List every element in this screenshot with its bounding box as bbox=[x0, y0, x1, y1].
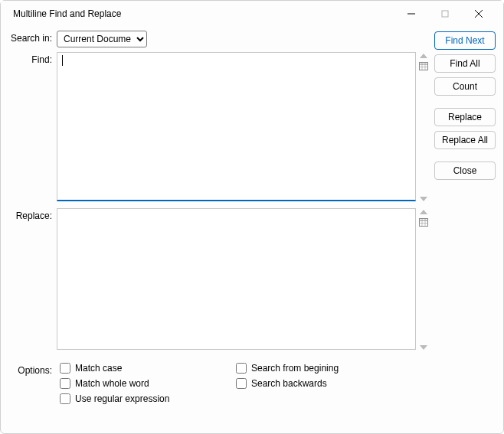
calendar-icon[interactable] bbox=[419, 217, 428, 227]
svg-rect-1 bbox=[442, 11, 448, 17]
maximize-button[interactable] bbox=[428, 2, 462, 25]
search-in-select[interactable]: Current Document bbox=[57, 31, 147, 47]
minimize-button[interactable] bbox=[394, 2, 428, 25]
left-panel: Search in: Current Document Find: bbox=[8, 31, 428, 426]
window-controls bbox=[394, 2, 496, 25]
match-whole-word-label[interactable]: Match whole word bbox=[75, 378, 149, 389]
find-row: Find: bbox=[8, 52, 428, 204]
match-case-option: Match case bbox=[60, 363, 236, 374]
match-case-checkbox[interactable] bbox=[60, 363, 70, 374]
find-next-button[interactable]: Find Next bbox=[434, 31, 496, 50]
close-icon bbox=[475, 10, 483, 18]
history-down-icon[interactable] bbox=[420, 345, 427, 350]
replace-row: Replace: bbox=[8, 208, 428, 352]
calendar-icon[interactable] bbox=[419, 61, 428, 70]
search-from-beginning-label[interactable]: Search from begining bbox=[251, 363, 339, 374]
use-regex-label[interactable]: Use regular expression bbox=[75, 393, 169, 404]
svg-rect-4 bbox=[420, 63, 428, 70]
history-up-icon[interactable] bbox=[420, 54, 427, 58]
match-whole-word-option: Match whole word bbox=[60, 378, 236, 389]
close-button[interactable]: Close bbox=[434, 162, 496, 180]
replace-field bbox=[57, 208, 428, 352]
minimize-icon bbox=[407, 10, 415, 18]
search-in-row: Search in: Current Document bbox=[8, 31, 428, 47]
history-down-icon[interactable] bbox=[420, 197, 427, 201]
search-backwards-checkbox[interactable] bbox=[236, 378, 247, 389]
find-field bbox=[57, 52, 428, 204]
search-backwards-option: Search backwards bbox=[236, 378, 428, 389]
replace-side-controls bbox=[419, 208, 428, 350]
use-regex-option: Use regular expression bbox=[60, 393, 236, 404]
text-cursor bbox=[62, 55, 63, 66]
search-from-beginning-checkbox[interactable] bbox=[236, 363, 247, 374]
window-title: Multiline Find and Replace bbox=[13, 8, 394, 19]
find-textarea[interactable] bbox=[57, 52, 416, 201]
dialog-window: Multiline Find and Replace Search in: Cu… bbox=[0, 0, 504, 434]
match-whole-word-checkbox[interactable] bbox=[60, 378, 70, 389]
replace-all-button[interactable]: Replace All bbox=[434, 131, 496, 149]
titlebar: Multiline Find and Replace bbox=[1, 1, 503, 26]
svg-rect-9 bbox=[420, 219, 428, 227]
button-panel: Find Next Find All Count Replace Replace… bbox=[434, 31, 496, 426]
find-label: Find: bbox=[8, 52, 57, 65]
history-up-icon[interactable] bbox=[420, 210, 427, 214]
search-in-label: Search in: bbox=[8, 31, 57, 44]
replace-label: Replace: bbox=[8, 208, 57, 221]
find-side-controls bbox=[419, 52, 428, 201]
find-all-button[interactable]: Find All bbox=[434, 54, 496, 73]
search-backwards-label[interactable]: Search backwards bbox=[251, 378, 327, 389]
replace-button[interactable]: Replace bbox=[434, 108, 496, 126]
count-button[interactable]: Count bbox=[434, 77, 496, 96]
search-from-beginning-option: Search from begining bbox=[236, 363, 428, 374]
dialog-body: Search in: Current Document Find: bbox=[1, 26, 503, 433]
match-case-label[interactable]: Match case bbox=[75, 363, 122, 374]
use-regex-checkbox[interactable] bbox=[60, 393, 70, 404]
replace-textarea[interactable] bbox=[57, 208, 416, 350]
close-window-button[interactable] bbox=[462, 2, 496, 25]
options-label: Options: bbox=[8, 363, 57, 404]
search-in-field: Current Document bbox=[57, 31, 428, 47]
options-grid: Match case Search from begining Match wh… bbox=[57, 363, 428, 404]
maximize-icon bbox=[441, 10, 449, 18]
options-row: Options: Match case Search from begining… bbox=[8, 363, 428, 404]
